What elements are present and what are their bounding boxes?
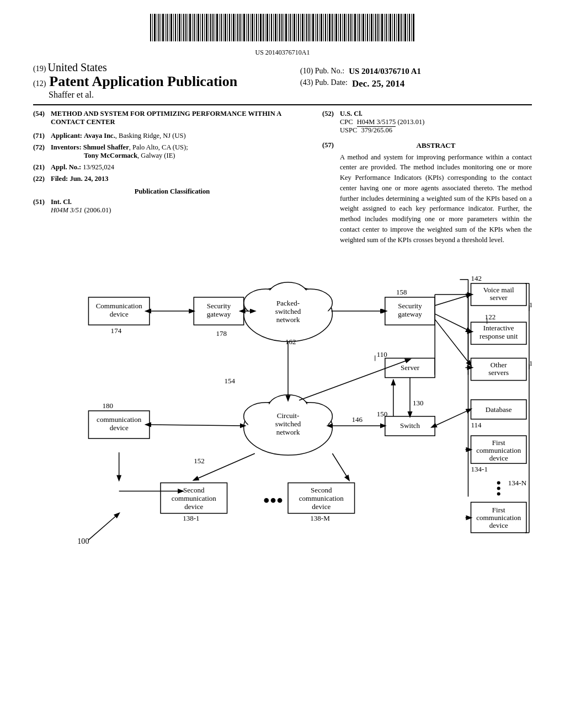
svg-rect-37 — [227, 14, 228, 41]
first-comm2-label1: First — [492, 506, 505, 514]
svg-rect-92 — [342, 14, 343, 41]
svg-rect-124 — [409, 14, 410, 41]
svg-rect-96 — [350, 14, 351, 41]
svg-rect-86 — [329, 14, 331, 41]
cpc-label: CPC — [340, 118, 353, 126]
cpc-value: H04M 3/5175 — [357, 118, 396, 127]
pub-no-label: (10) Pub. No.: — [300, 67, 344, 76]
comm-device-label1: Communication — [96, 302, 143, 310]
ref-158: 158 — [396, 288, 407, 296]
first-comm2-label2: communication — [476, 513, 521, 522]
applicant-content: Applicant: Avaya Inc., Basking Ridge, NJ… — [51, 132, 186, 140]
svg-rect-39 — [231, 14, 232, 41]
svg-rect-119 — [398, 14, 399, 41]
svg-line-150 — [435, 409, 471, 426]
filed-label: Filed: — [51, 175, 68, 183]
dot2 — [497, 487, 500, 490]
svg-rect-115 — [390, 14, 391, 41]
svg-rect-3 — [157, 14, 157, 41]
applicant-row: (71) Applicant: Avaya Inc., Basking Ridg… — [33, 132, 311, 140]
comm-device2-label1: communication — [97, 415, 142, 424]
patent-type: Patent Application Publication — [49, 74, 237, 90]
pub-number-row: (10) Pub. No.: US 2014/0376710 A1 — [300, 67, 532, 76]
country-label: (19) United States — [33, 61, 300, 74]
first-comm1-label2: communication — [476, 447, 521, 455]
header-section: (19) United States (12) Patent Applicati… — [33, 61, 532, 100]
ref-178: 178 — [216, 330, 227, 338]
svg-rect-102 — [363, 14, 364, 41]
inventors-num: (72) — [33, 143, 49, 160]
svg-rect-85 — [327, 14, 328, 41]
applicant-num: (71) — [33, 132, 49, 140]
svg-rect-44 — [242, 14, 242, 41]
svg-rect-36 — [225, 14, 226, 41]
svg-rect-43 — [239, 14, 241, 41]
svg-rect-71 — [298, 14, 299, 41]
applicant-name: Avaya Inc. — [84, 132, 115, 140]
svg-rect-75 — [306, 14, 307, 41]
diagram-area: 142 Voice mail server 118 122 Interactiv… — [33, 259, 532, 590]
uspc-label: USPC — [340, 126, 357, 134]
filed-row: (22) Filed: Jun. 24, 2013 — [33, 175, 311, 183]
barcode-area — [33, 11, 532, 46]
pub-class-title: Publication Classification — [33, 188, 311, 196]
svg-rect-26 — [204, 14, 205, 41]
svg-rect-15 — [182, 14, 182, 41]
ref-122: 122 — [485, 313, 496, 321]
meta-right-column: (52) U.S. Cl. CPC H04M 3/5175 (2013.01) … — [322, 110, 532, 249]
int-cl-content: Int. Cl. H04M 3/51 (2006.01) — [51, 198, 111, 215]
svg-rect-21 — [194, 14, 195, 41]
svg-rect-6 — [162, 14, 164, 41]
barcode-image — [145, 11, 420, 44]
filed-value: Jun. 24, 2013 — [70, 175, 108, 183]
second-comm1-label3: device — [184, 502, 203, 511]
svg-rect-34 — [221, 14, 222, 41]
svg-rect-114 — [388, 14, 388, 41]
svg-rect-125 — [411, 14, 412, 41]
int-cl-row: (51) Int. Cl. H04M 3/51 (2006.01) — [33, 198, 311, 215]
ref-174: 174 — [111, 327, 122, 335]
abstract-num: (57) — [322, 141, 338, 245]
int-cl-label: Int. Cl. — [51, 198, 72, 206]
comm-device2-label2: device — [110, 424, 129, 432]
other-servers-label2: servers — [488, 368, 509, 377]
patent-type-row: (12) Patent Application Publication — [33, 74, 300, 90]
svg-rect-88 — [334, 14, 334, 41]
svg-rect-52 — [258, 14, 259, 41]
svg-rect-123 — [407, 14, 408, 41]
svg-rect-116 — [392, 14, 393, 41]
interactive-label2: response unit — [479, 333, 518, 341]
inventor-text: Shaffer et al. — [49, 90, 94, 99]
inventors-content: Inventors: Shmuel Shaffer, Palo Alto, CA… — [51, 143, 188, 160]
ref-142-label: 142 — [471, 274, 482, 282]
svg-rect-33 — [219, 14, 220, 41]
svg-rect-7 — [165, 14, 166, 41]
voice-mail-label1: Voice mail — [483, 286, 514, 294]
us-cl-row: (52) U.S. Cl. CPC H04M 3/5175 (2013.01) … — [322, 110, 532, 135]
svg-rect-76 — [308, 14, 310, 41]
uspc-value: 379/265.06 — [361, 126, 392, 134]
packed-network-label2: switched — [275, 307, 301, 315]
appl-value: 13/925,024 — [83, 163, 114, 171]
svg-line-136 — [435, 295, 471, 306]
appl-num: (21) — [33, 163, 49, 172]
svg-rect-1 — [152, 14, 153, 41]
svg-rect-30 — [212, 14, 214, 41]
svg-rect-106 — [371, 14, 372, 41]
svg-rect-13 — [177, 14, 178, 41]
server-label: Server — [401, 363, 420, 372]
svg-rect-109 — [377, 14, 379, 41]
abstract-text: A method and system for improving perfor… — [340, 152, 532, 245]
us-cl-label: U.S. Cl. — [340, 110, 363, 117]
pub-no-value: US 2014/0376710 A1 — [349, 67, 421, 76]
svg-rect-48 — [250, 14, 250, 41]
svg-rect-98 — [354, 14, 356, 41]
svg-rect-19 — [189, 14, 191, 41]
svg-rect-58 — [271, 14, 272, 41]
title-num: (54) — [33, 110, 49, 126]
voice-mail-label2: server — [490, 293, 508, 302]
svg-rect-83 — [323, 14, 324, 41]
pub-date-row: (43) Pub. Date: Dec. 25, 2014 — [300, 78, 532, 89]
svg-rect-17 — [185, 14, 186, 41]
svg-rect-82 — [321, 14, 322, 41]
